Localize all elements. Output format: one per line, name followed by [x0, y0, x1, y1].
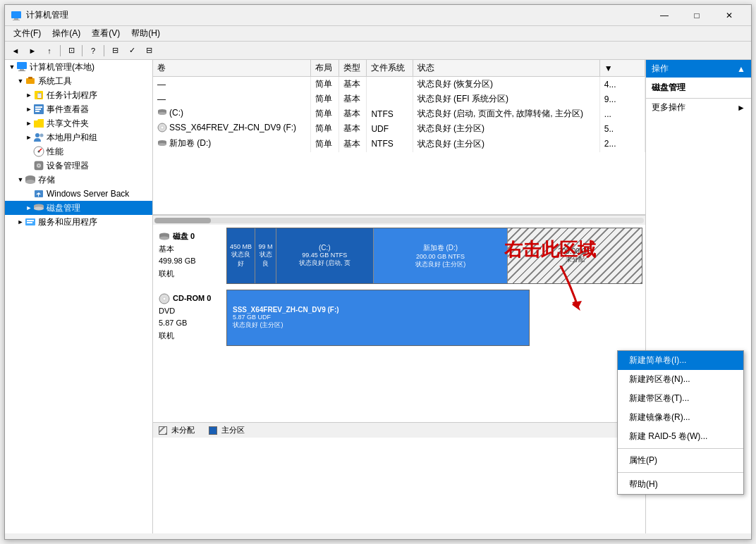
svg-point-20: [38, 165, 39, 166]
toolbar: ◄ ► ↑ ⊡ ? ⊟ ✓ ⊟: [5, 42, 751, 60]
sidebar-item-storage[interactable]: ▼ 存储: [5, 173, 152, 187]
menu-view[interactable]: 查看(V): [86, 26, 126, 41]
legend-primary-label: 主分区: [221, 425, 245, 435]
sidebar-item-wsbak[interactable]: ► Windows Server Back: [5, 187, 152, 201]
ctx-menu-help[interactable]: 帮助(H): [618, 475, 743, 494]
partition-recovery-size: 450 MB: [230, 243, 252, 250]
sidebar-item-diskmgr[interactable]: ► 磁盘管理: [5, 201, 152, 215]
forward-button[interactable]: ►: [25, 44, 40, 58]
expand-icon-devmgr[interactable]: ►: [25, 162, 33, 169]
menu-action[interactable]: 操作(A): [47, 26, 86, 41]
expand-icon-shared[interactable]: ►: [25, 120, 33, 127]
table-row[interactable]: 新加卷 (D:) 简单 基本 NTFS 状态良好 (主分区) 2...: [153, 136, 645, 152]
expand-icon-task[interactable]: ►: [25, 92, 33, 99]
export-button[interactable]: ⊟: [107, 44, 123, 58]
sidebar-item-perf[interactable]: ► 性能: [5, 144, 152, 159]
help-button[interactable]: ?: [85, 44, 101, 58]
svg-point-23: [25, 180, 35, 184]
expand-icon-users[interactable]: ►: [25, 134, 33, 141]
expand-icon-root[interactable]: ▼: [8, 63, 16, 70]
ctx-menu-sep-1: [618, 448, 743, 449]
expand-icon-tools[interactable]: ▼: [16, 78, 25, 85]
cell-fs: NTFS: [367, 106, 413, 121]
sidebar-item-task[interactable]: ► 📋 任务计划程序: [5, 88, 152, 102]
expand-icon-perf[interactable]: ►: [25, 148, 33, 155]
cell-size: ...: [599, 106, 645, 121]
col-header-layout[interactable]: 布局: [311, 60, 339, 77]
table-row[interactable]: (C:) 简单 基本 NTFS 状态良好 (启动, 页面文件, 故障转储, 主分…: [153, 106, 645, 121]
ctx-menu-properties[interactable]: 属性(P): [618, 451, 743, 470]
svg-point-41: [159, 236, 169, 240]
ctx-menu-raid5-vol[interactable]: 新建 RAID-5 卷(W)...: [618, 427, 743, 446]
disk-icon-d: 新加卷 (D:): [157, 137, 211, 149]
right-panel-more-label: 更多操作: [652, 101, 685, 113]
partition-recovery[interactable]: 450 MB 状态良好: [227, 228, 255, 283]
expand-icon-event[interactable]: ►: [25, 106, 33, 113]
sidebar-item-shared[interactable]: ► 共享文件夹: [5, 116, 152, 130]
partition-d-name: 新加卷 (D:): [423, 243, 458, 253]
ctx-menu-spanned-vol[interactable]: 新建跨区卷(N)...: [618, 370, 743, 389]
cell-vol: SSS_X64FREV_ZH-CN_DV9 (F:): [153, 121, 311, 136]
collapse-button[interactable]: ⊟: [141, 44, 157, 58]
shared-folder-icon: [33, 118, 44, 129]
table-row[interactable]: — 简单 基本 状态良好 (EFI 系统分区) 9...: [153, 92, 645, 106]
legend-unallocated: 未分配: [159, 425, 195, 435]
svg-point-38: [158, 143, 166, 146]
partition-c[interactable]: (C:) 99.45 GB NTFS 状态良好 (启动, 页: [276, 228, 374, 283]
svg-rect-13: [35, 111, 39, 112]
table-scrollbar[interactable]: [153, 215, 645, 225]
sidebar-item-tools[interactable]: ▼ 系统工具: [5, 74, 152, 88]
ctx-menu-mirror-vol[interactable]: 新建镜像卷(R)...: [618, 408, 743, 427]
col-header-status[interactable]: 状态: [413, 60, 599, 77]
partition-efi-size: 99 M: [258, 243, 272, 250]
sidebar-item-event[interactable]: ► 事件查看器: [5, 102, 152, 116]
disk0-size: 499.98 GB: [159, 255, 224, 268]
maximize-button[interactable]: □: [681, 5, 713, 26]
menu-file[interactable]: 文件(F): [8, 26, 47, 41]
check-button[interactable]: ✓: [124, 44, 140, 58]
sidebar-label-users: 本地用户和组: [47, 132, 97, 144]
scrollbar-thumb[interactable]: [154, 218, 211, 223]
cell-layout: 简单: [311, 136, 339, 152]
partition-cdrom-f[interactable]: SSS_X64FREV_ZH-CN_DV9 (F:) 5.87 GB UDF 状…: [227, 290, 529, 345]
sidebar-item-users[interactable]: ► 本地用户和组: [5, 130, 152, 144]
up-button[interactable]: ↑: [42, 44, 57, 58]
ctx-menu-simple-vol[interactable]: 新建简单卷(I)...: [618, 351, 743, 370]
expand-icon-diskmgr[interactable]: ►: [25, 204, 33, 211]
sidebar-item-services[interactable]: ► 服务和应用程序: [5, 215, 152, 229]
col-header-vol[interactable]: 卷: [153, 60, 311, 77]
expand-icon-storage[interactable]: ▼: [16, 176, 25, 183]
col-header-size[interactable]: ▼: [599, 60, 645, 77]
partition-unallocated[interactable]: 200.00 GB 未分配: [508, 228, 642, 283]
col-header-type[interactable]: 类型: [339, 60, 367, 77]
cell-fs: NTFS: [367, 136, 413, 152]
cd-icon-f: SSS_X64FREV_ZH-CN_DV9 (F:): [157, 123, 296, 132]
ctx-menu-striped-vol[interactable]: 新建带区卷(T)...: [618, 389, 743, 408]
right-panel-more[interactable]: 更多操作 ►: [646, 99, 751, 116]
expand-icon-wsbak[interactable]: ►: [25, 190, 33, 197]
ctx-menu-sep-2: [618, 472, 743, 473]
table-row[interactable]: SSS_X64FREV_ZH-CN_DV9 (F:) 简单 基本 UDF 状态良…: [153, 121, 645, 136]
close-button[interactable]: ✕: [713, 5, 745, 26]
volume-table-area[interactable]: 卷 布局 类型 文件系统 状态 ▼ — 简单: [153, 60, 645, 215]
svg-point-33: [158, 112, 166, 115]
window-controls[interactable]: — □ ✕: [648, 5, 745, 26]
expand-icon-services[interactable]: ►: [16, 218, 25, 225]
diskmgr-icon: [33, 202, 44, 214]
collapse-right-icon[interactable]: ▲: [737, 64, 745, 74]
minimize-button[interactable]: —: [648, 5, 681, 26]
sidebar-item-devmgr[interactable]: ► 设备管理器: [5, 159, 152, 173]
partition-efi[interactable]: 99 M 状态良: [255, 228, 276, 283]
col-header-fs[interactable]: 文件系统: [367, 60, 413, 77]
table-row[interactable]: — 简单 基本 状态良好 (恢复分区) 4...: [153, 77, 645, 92]
show-hide-button[interactable]: ⊡: [63, 44, 79, 58]
menu-help[interactable]: 帮助(H): [126, 26, 166, 41]
partition-d[interactable]: 新加卷 (D:) 200.00 GB NTFS 状态良好 (主分区): [374, 228, 508, 283]
sidebar-item-root[interactable]: ▼ 计算机管理(本地): [5, 60, 152, 74]
scrollbar-track: [154, 218, 644, 223]
cdrom0-status: 联机: [159, 330, 224, 342]
partition-efi-status: 状态良: [257, 250, 274, 268]
back-button[interactable]: ◄: [8, 44, 23, 58]
legend-primary-box: [209, 426, 217, 435]
cdrom-f-status: 状态良好 (主分区): [233, 321, 284, 330]
